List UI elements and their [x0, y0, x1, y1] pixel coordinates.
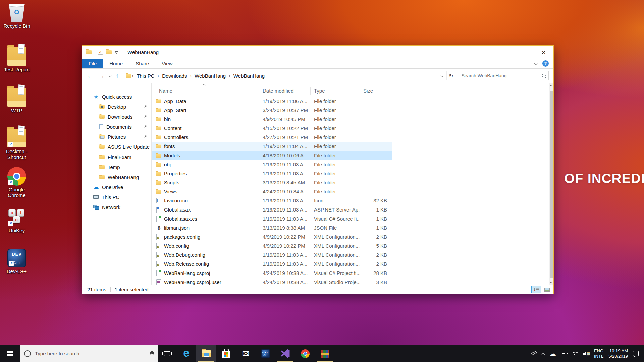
tab-view[interactable]: View — [155, 59, 179, 68]
breadcrumb-webbanhang[interactable]: WebBanHang — [192, 73, 228, 79]
up-button[interactable]: ↑ — [114, 73, 120, 79]
scroll-up-icon[interactable] — [549, 83, 553, 89]
search-box[interactable] — [459, 71, 549, 80]
file-row[interactable]: fonts 1/19/2019 11:04 A... File folder — [152, 142, 392, 151]
recent-locations-icon[interactable] — [109, 74, 112, 77]
sidebar-item-webbanhang[interactable]: WebBanHang — [82, 172, 151, 182]
sidebar-item-quick-access[interactable]: Quick access — [82, 92, 151, 102]
file-row[interactable]: Scripts 3/13/2019 8:45 AM File folder — [152, 178, 392, 187]
properties-qat-icon[interactable] — [98, 50, 103, 55]
file-row[interactable]: Global.asax 1/19/2019 11:03 A... ASP.NET… — [152, 205, 392, 214]
column-header-name[interactable]: Name — [152, 87, 259, 95]
column-header-type[interactable]: Type — [311, 87, 360, 95]
battery-icon[interactable] — [561, 352, 567, 355]
taskbar-search[interactable] — [20, 345, 158, 362]
file-row[interactable]: Content 4/15/2019 10:22 PM File folder — [152, 124, 392, 133]
breadcrumb-downloads[interactable]: Downloads — [160, 73, 189, 79]
file-name: Views — [164, 189, 177, 194]
file-row[interactable]: favicon.ico 1/19/2019 11:03 A... Icon 32… — [152, 196, 392, 205]
sidebar-item-this-pc[interactable]: This PC — [82, 192, 151, 202]
file-row[interactable]: App_Start 3/24/2019 10:37 PM File folder — [152, 106, 392, 115]
clock[interactable]: 10:19 AM 5/28/2019 — [608, 348, 628, 359]
refresh-icon[interactable]: ↻ — [446, 71, 456, 80]
sidebar-item-finalexam[interactable]: FinalExam — [82, 152, 151, 162]
taskbar-app[interactable] — [295, 345, 315, 362]
close-button[interactable]: × — [534, 46, 553, 59]
sidebar-item-temp[interactable]: Temp — [82, 162, 151, 172]
sidebar-item-documents[interactable]: Documents — [82, 122, 151, 132]
taskbar-app[interactable] — [216, 345, 236, 362]
column-header-size[interactable]: Size — [360, 87, 392, 95]
test-report-folder-icon[interactable]: Test Report — [1, 44, 33, 85]
tab-file[interactable]: File — [82, 59, 103, 68]
breadcrumb-webbanhang-2[interactable]: WebBanHang — [231, 73, 267, 79]
taskbar-search-input[interactable] — [35, 351, 146, 356]
file-row[interactable]: Controllers 4/27/2019 10:21 PM File fold… — [152, 133, 392, 142]
column-header-date-modified[interactable]: Date modified — [259, 87, 311, 95]
google-chrome-icon[interactable]: Google Chrome — [1, 167, 33, 208]
file-row[interactable]: Views 4/24/2019 10:34 A... File folder — [152, 187, 392, 196]
file-row[interactable]: WebBanHang.csproj 4/24/2019 10:38 A... V… — [152, 268, 392, 278]
file-row[interactable]: packages.config 4/9/2019 10:22 PM XML Co… — [152, 232, 392, 241]
tab-home[interactable]: Home — [103, 59, 129, 68]
vertical-scrollbar[interactable] — [549, 83, 553, 285]
address-bar[interactable]: › This PC › Downloads › WebBanHang › Web… — [123, 71, 456, 80]
new-folder-qat-icon[interactable] — [106, 50, 112, 54]
taskbar-app[interactable] — [176, 345, 196, 362]
sidebar-item-network[interactable]: Network — [82, 202, 151, 212]
language-indicator[interactable]: ENG INTL — [594, 348, 603, 359]
sidebar-item-downloads[interactable]: Downloads — [82, 112, 151, 122]
address-dropdown-icon[interactable] — [437, 71, 446, 80]
file-row[interactable]: Web.config 4/9/2019 10:22 PM XML Configu… — [152, 241, 392, 250]
unikey-icon[interactable]: UniKey — [1, 208, 33, 249]
file-row[interactable]: bin 4/9/2019 10:45 PM File folder — [152, 115, 392, 124]
file-row[interactable]: Web.Debug.config 1/19/2019 11:03 A... XM… — [152, 250, 392, 259]
microphone-icon[interactable] — [150, 351, 154, 357]
scrollbar-thumb[interactable] — [550, 91, 553, 278]
forward-button[interactable]: → — [97, 73, 106, 79]
sidebar-item-onedrive[interactable]: OneDrive — [82, 182, 151, 192]
help-icon[interactable]: ? — [542, 60, 549, 67]
file-row[interactable]: libman.json 3/13/2019 8:38 AM JSON File … — [152, 223, 392, 232]
tab-share[interactable]: Share — [129, 59, 155, 68]
onedrive-icon[interactable] — [549, 350, 556, 357]
sidebar-item-asus-live-update[interactable]: ASUS Live Update — [82, 142, 151, 152]
hidden-icons-chevron-icon[interactable] — [542, 352, 544, 355]
wtp-folder-icon[interactable]: WTP — [1, 85, 33, 126]
people-icon[interactable] — [531, 351, 537, 356]
task-view-button[interactable] — [158, 345, 176, 362]
file-row[interactable]: Models 4/18/2019 10:06 A... File folder — [152, 151, 392, 160]
back-button[interactable]: ← — [86, 73, 95, 79]
taskbar-app[interactable] — [275, 345, 295, 362]
file-row[interactable]: Web.Release.config 1/19/2019 11:03 A... … — [152, 259, 392, 268]
action-center-icon[interactable] — [633, 351, 639, 356]
taskbar-app[interactable] — [256, 345, 275, 362]
breadcrumb-this-pc[interactable]: This PC — [134, 73, 157, 79]
taskbar-app[interactable] — [236, 345, 256, 362]
file-row[interactable]: WebBanHang.csproj.user 4/24/2019 10:38 A… — [152, 278, 392, 285]
file-row[interactable]: Global.asax.cs 1/19/2019 11:03 A... Visu… — [152, 214, 392, 223]
file-row[interactable]: obj 1/19/2019 11:03 A... File folder — [152, 160, 392, 169]
taskbar-app[interactable] — [315, 345, 335, 362]
wifi-icon[interactable] — [572, 351, 578, 356]
details-view-button[interactable] — [531, 286, 541, 293]
sidebar-item-desktop[interactable]: Desktop — [82, 102, 151, 112]
file-size: 28 KB — [360, 270, 392, 276]
recycle-bin-icon[interactable]: Recycle Bin — [1, 3, 33, 44]
customize-qat-icon[interactable] — [115, 50, 118, 54]
desktop-shortcut-icon[interactable]: Desktop - Shortcut — [1, 126, 33, 167]
taskbar-app[interactable] — [196, 345, 216, 362]
search-icon[interactable] — [542, 74, 546, 78]
file-row[interactable]: App_Data 1/19/2019 11:06 A... File folde… — [152, 97, 392, 106]
start-button[interactable] — [0, 345, 20, 362]
volume-icon[interactable]: ))) — [583, 351, 589, 356]
maximize-button[interactable] — [515, 46, 534, 59]
scroll-down-icon[interactable] — [549, 279, 553, 285]
sidebar-item-pictures[interactable]: Pictures — [82, 132, 151, 142]
collapse-ribbon-icon[interactable] — [534, 62, 538, 65]
large-icons-view-button[interactable] — [542, 286, 552, 293]
minimize-button[interactable] — [495, 46, 515, 59]
search-input[interactable] — [462, 73, 542, 78]
dev-cpp-icon[interactable]: Dev-C++ — [1, 249, 33, 290]
file-row[interactable]: Properties 1/19/2019 11:03 A... File fol… — [152, 169, 392, 178]
